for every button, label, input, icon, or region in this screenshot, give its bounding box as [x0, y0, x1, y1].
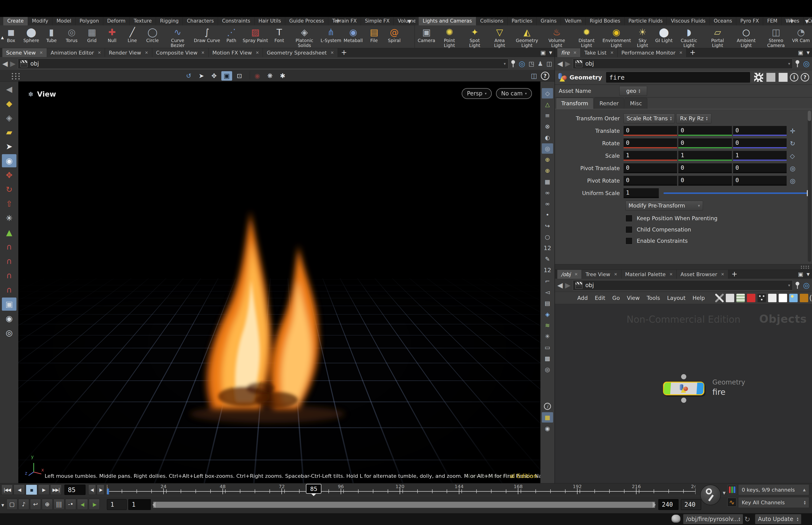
- snap-combo-icon[interactable]: ∩: [2, 283, 16, 296]
- viewport-menu-icon[interactable]: ✽: [28, 91, 33, 98]
- network-boxes-icon[interactable]: [768, 294, 777, 302]
- display-vanes-icon[interactable]: ✳: [542, 331, 553, 342]
- shelf-tab[interactable]: Texture: [130, 17, 156, 25]
- menu-item[interactable]: View: [623, 295, 643, 301]
- handles-icon[interactable]: ✳: [2, 211, 16, 225]
- value-field-y[interactable]: 0: [678, 138, 732, 148]
- value-field-x[interactable]: 0: [624, 138, 677, 148]
- info-icon[interactable]: i: [790, 73, 798, 81]
- color-palette-icon[interactable]: [747, 294, 755, 302]
- playback-end-field[interactable]: 240: [658, 499, 678, 510]
- close-icon[interactable]: ✕: [40, 50, 43, 55]
- pane-menu-caret-icon[interactable]: ▼: [807, 50, 810, 55]
- tool-platonic[interactable]: ◈ Platonic Solids: [289, 26, 320, 47]
- close-icon[interactable]: ✕: [614, 272, 617, 276]
- tool-area-light[interactable]: ▽ Area Light: [487, 26, 512, 47]
- rotate-tool-icon[interactable]: ↻: [2, 183, 16, 196]
- tool-geometry-light[interactable]: ◭ Geometry Light: [512, 26, 542, 47]
- add-tab-button[interactable]: +: [338, 48, 350, 57]
- list-mode-icon[interactable]: [736, 294, 745, 302]
- tool-spot-light[interactable]: ✦ Spot Light: [462, 26, 487, 47]
- radial-menu-icon[interactable]: ◎: [803, 282, 810, 289]
- display-capsule-icon[interactable]: ▭: [542, 342, 553, 352]
- tool-volume-light[interactable]: ♨ Volume Light: [542, 26, 572, 47]
- menu-item[interactable]: Edit: [592, 295, 609, 301]
- splitter-handle[interactable]: [800, 265, 810, 269]
- zoom-box-icon[interactable]: ⊡: [234, 71, 245, 80]
- pane-tab[interactable]: Performance Monitor ✕: [618, 48, 687, 57]
- shelf-menu-caret-icon[interactable]: ▼: [408, 18, 411, 24]
- pane-tab[interactable]: Geometry Spreadsheet ✕: [263, 48, 338, 57]
- help-icon[interactable]: ?: [541, 72, 549, 80]
- display-layers-icon[interactable]: ≡: [542, 110, 553, 121]
- animation-curves-icon[interactable]: ∿: [727, 498, 736, 507]
- shelf-tab[interactable]: Oceans: [710, 17, 736, 25]
- tool-curve-bezier[interactable]: ∿ Curve Bezier: [163, 26, 193, 47]
- node-body[interactable]: [663, 381, 704, 395]
- camera-select-button[interactable]: No cam ▾: [496, 88, 532, 99]
- pivot-rotate-icon[interactable]: ◎: [790, 177, 796, 184]
- radial-menu-icon[interactable]: ◎: [803, 60, 810, 68]
- close-icon[interactable]: ✕: [669, 272, 673, 276]
- tool-draw-curve[interactable]: ∫ Draw Curve: [193, 26, 221, 47]
- scale-tool-icon[interactable]: ⇧: [2, 197, 16, 210]
- transform-order-dropdown[interactable]: Scale Rot Trans ▴▾: [624, 114, 675, 123]
- tool-path[interactable]: ⋰ Path: [221, 26, 242, 47]
- display-point-numbers-icon[interactable]: 12: [542, 243, 553, 253]
- shelf-tab[interactable]: Model: [52, 17, 75, 25]
- tool-gi-light[interactable]: ⬤ GI Light: [654, 26, 674, 47]
- keys-info-box[interactable]: 0 keys, 9/9 channels ▲: [738, 484, 809, 495]
- value-field-z[interactable]: 0: [733, 138, 787, 148]
- timeline-ruler[interactable]: 85 124487296120144168192216240: [107, 483, 695, 496]
- play-button[interactable]: ▶: [38, 484, 49, 495]
- parameter-tab[interactable]: Transform: [556, 98, 594, 109]
- node-input-flag[interactable]: [663, 382, 671, 394]
- view-camera-toggle-icon[interactable]: ▣: [221, 71, 232, 80]
- display-prim-numbers-icon[interactable]: 12: [542, 265, 553, 275]
- value-field-z[interactable]: 1: [733, 151, 787, 161]
- tool-vr-cam[interactable]: ◔ VR Cam: [791, 26, 811, 47]
- shelf-tab[interactable]: Pyro FX: [736, 17, 763, 25]
- value-field-x[interactable]: 0: [624, 163, 677, 173]
- character-link-icon[interactable]: ♟: [538, 60, 543, 67]
- tool-stereo-camera[interactable]: ◫ Stereo Camera: [761, 26, 791, 47]
- close-icon[interactable]: ✕: [679, 50, 683, 55]
- tool-spray-paint[interactable]: ▨ Spray Paint: [242, 26, 269, 47]
- toolbar-collapse-icon[interactable]: ◀: [2, 82, 16, 96]
- back-icon[interactable]: ◀: [557, 281, 563, 289]
- pin-icon[interactable]: [795, 281, 800, 289]
- previous-frame-button[interactable]: ◀: [14, 484, 25, 495]
- view-tool-icon[interactable]: ↺: [183, 71, 194, 80]
- modify-pre-transform-dropdown[interactable]: Modify Pre-Transform ▾: [626, 201, 703, 211]
- menu-item[interactable]: Tools: [643, 295, 664, 301]
- forward-icon[interactable]: ▶: [10, 59, 16, 68]
- close-icon[interactable]: ✕: [201, 50, 204, 55]
- tool-lsystem[interactable]: ⋔ L-System: [320, 26, 342, 47]
- value-field-z[interactable]: 0: [733, 163, 787, 173]
- cooking-node-dropdown[interactable]: /obj/fire/pyrosolv... ▴▾: [683, 514, 743, 524]
- snapshot-icon[interactable]: ✱: [277, 71, 288, 80]
- grid-toggle-icon[interactable]: ▦: [542, 412, 553, 422]
- shelf-tab[interactable]: Guide Process: [285, 17, 328, 25]
- display-headlight-icon[interactable]: ⊕: [542, 154, 553, 165]
- global-end-field[interactable]: 240: [681, 499, 701, 510]
- close-icon[interactable]: ✕: [145, 50, 148, 55]
- path-field[interactable]: obj ▾: [573, 280, 793, 290]
- forward-icon[interactable]: ▶: [565, 59, 570, 68]
- viewport[interactable]: ✽ View Persp ▾ No cam ▾: [18, 81, 540, 483]
- snap-curve-icon[interactable]: ∩: [2, 255, 16, 268]
- translate-handle-icon[interactable]: ✥: [209, 71, 219, 80]
- display-profiles-icon[interactable]: ⌐: [542, 276, 553, 286]
- shelf-tab[interactable]: Hair Utils: [255, 17, 285, 25]
- toolbar-drag-handle[interactable]: [11, 72, 21, 79]
- audio-icon[interactable]: ♪: [18, 499, 29, 510]
- uniform-scale-slider[interactable]: [663, 193, 809, 194]
- pane-maximize-icon[interactable]: ▣: [798, 271, 803, 278]
- view-camera-icon[interactable]: ▣: [2, 298, 16, 311]
- layout-presets-icon[interactable]: ◫: [531, 72, 537, 80]
- shelf-tab[interactable]: Modify: [28, 17, 52, 25]
- display-grid-icon[interactable]: ◇: [542, 88, 553, 99]
- rotate-handle-icon[interactable]: ↻: [790, 140, 795, 147]
- viewport-info-icon[interactable]: i: [542, 401, 553, 411]
- move-tool-icon[interactable]: ✥: [2, 168, 16, 182]
